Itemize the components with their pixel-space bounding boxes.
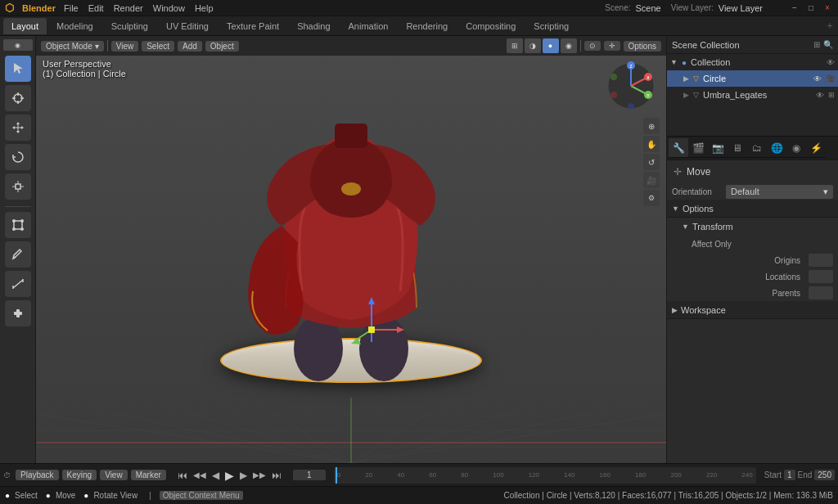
select-menu[interactable]: Select (142, 41, 174, 52)
menu-help[interactable]: Help (195, 3, 214, 13)
tool-transform[interactable] (5, 212, 31, 238)
menu-edit[interactable]: Edit (88, 3, 104, 13)
filter-icon[interactable]: ⊞ (813, 40, 820, 49)
menu-window[interactable]: Window (153, 3, 185, 13)
separator (107, 40, 108, 52)
expand-icon5: ▼ (682, 223, 689, 231)
timeline-icon[interactable]: ⏱ (3, 471, 11, 479)
tool-select[interactable] (5, 56, 31, 82)
tab-shading[interactable]: Shading (289, 18, 338, 34)
prop-icons: 🔧 🎬 📷 🖥 🗂 🌐 ◉ ⚡ (667, 137, 838, 160)
tool-annotate[interactable] (5, 241, 31, 268)
current-frame-input[interactable]: 1 (293, 470, 326, 480)
search-viewport-tool[interactable]: ⚙ (643, 190, 660, 206)
view-dropdown[interactable]: View (100, 470, 128, 480)
prop-object-icon[interactable]: ◉ (786, 138, 806, 158)
timeline-bar[interactable]: 0 20 40 60 80 100 120 140 160 180 200 22… (334, 467, 756, 484)
options-btn[interactable]: Options (624, 41, 661, 52)
tool-scale[interactable] (5, 173, 31, 200)
gizmo-button[interactable]: ✛ (604, 41, 620, 51)
solid-button[interactable]: ◑ (525, 38, 541, 53)
svg-rect-36 (335, 124, 367, 148)
options-section-header[interactable]: ▼ Options (667, 200, 838, 218)
minimize-button[interactable]: − (789, 2, 800, 14)
overlays-button[interactable]: ⊙ (584, 41, 601, 51)
orientation-dropdown[interactable]: Default ▾ (726, 185, 833, 199)
end-value[interactable]: 250 (814, 470, 835, 480)
close-button[interactable]: × (822, 2, 833, 14)
outliner-row-umbra[interactable]: ▶ ▽ Umbra_Legates 👁 ⊞ (667, 87, 838, 103)
prop-render-icon[interactable]: 📷 (708, 138, 728, 158)
next-frame-button[interactable]: ▶ (238, 470, 249, 481)
svg-point-58 (610, 92, 617, 98)
playback-dropdown[interactable]: Playback (16, 470, 59, 480)
rendered-button[interactable]: ◉ (561, 38, 577, 53)
maximize-button[interactable]: □ (805, 2, 817, 14)
tab-animation[interactable]: Animation (340, 18, 397, 34)
play-button[interactable]: ▶ (223, 469, 236, 482)
mode-selector[interactable]: ◉ (3, 39, 33, 51)
frame-num-160: 160 (600, 471, 610, 479)
view-menu[interactable]: View (111, 41, 139, 52)
menu-file[interactable]: File (64, 3, 79, 13)
wireframe-button[interactable]: ⊞ (507, 38, 523, 53)
pan-tool[interactable]: ✋ (643, 136, 660, 152)
tool-add[interactable] (5, 300, 31, 326)
prop-output-icon[interactable]: 🖥 (728, 138, 747, 158)
next-keyframe-button[interactable]: ▶▶ (251, 470, 268, 479)
viewport[interactable]: Object Mode ▾ View Select Add Object ⊞ ◑… (36, 36, 666, 463)
visibility-icon3[interactable]: 👁 (816, 91, 824, 100)
prop-modifier-icon[interactable]: ⚡ (806, 138, 826, 158)
visibility-icon[interactable]: 👁 (827, 58, 835, 67)
prop-tool-icon[interactable]: 🔧 (669, 138, 688, 158)
tab-uv-editing[interactable]: UV Editing (158, 18, 217, 34)
workspace-section-header[interactable]: ▶ Workspace (667, 301, 838, 319)
tab-scripting[interactable]: Scripting (525, 18, 577, 34)
camera-tool[interactable]: 🎥 (643, 172, 660, 188)
outliner-row-circle[interactable]: ▶ ▽ Circle 👁 🎥 (667, 70, 838, 87)
tab-layout[interactable]: Layout (3, 18, 47, 34)
prop-world-icon[interactable]: 🌐 (767, 138, 786, 158)
tab-modeling[interactable]: Modeling (48, 18, 101, 34)
first-frame-button[interactable]: ⏮ (176, 470, 189, 481)
render-icon[interactable]: 🎥 (826, 74, 835, 83)
object-menu[interactable]: Object (205, 41, 239, 52)
marker-dropdown[interactable]: Marker (131, 470, 166, 480)
add-menu[interactable]: Add (178, 41, 202, 52)
search-icon[interactable]: 🔍 (823, 40, 833, 49)
tool-measure[interactable] (5, 271, 31, 297)
frame-num-40: 40 (397, 471, 404, 479)
menu-render[interactable]: Render (114, 3, 143, 13)
origins-toggle[interactable] (809, 254, 833, 267)
keying-dropdown[interactable]: Keying (62, 470, 97, 480)
status-info: Collection | Circle | Verts:8,120 | Face… (504, 491, 833, 500)
visibility-icon2[interactable]: 👁 (813, 74, 822, 83)
mode-dropdown[interactable]: Object Mode ▾ (41, 41, 104, 52)
tool-rotate[interactable] (5, 144, 31, 170)
tool-cursor[interactable] (5, 85, 31, 111)
playback-menu: Playback Keying View Marker (16, 470, 166, 480)
filter-icon2[interactable]: ⊞ (828, 91, 835, 99)
zoom-tool[interactable]: ⊕ (643, 118, 660, 134)
tab-compositing[interactable]: Compositing (457, 18, 524, 34)
locations-toggle[interactable] (809, 270, 833, 283)
start-value[interactable]: 1 (784, 470, 795, 480)
last-frame-button[interactable]: ⏭ (270, 470, 283, 481)
prop-view-layer-icon[interactable]: 🗂 (747, 138, 767, 158)
outliner[interactable]: ▼ ● Collection 👁 ▶ ▽ Circle 👁 🎥 ▶ ▽ Umbr… (667, 54, 838, 136)
rotate-view-tool[interactable]: ↺ (643, 154, 660, 170)
properties-panel: ✛ Move Orientation Default ▾ ▼ Options ▼ (667, 160, 838, 389)
material-button[interactable]: ● (543, 38, 559, 53)
prop-scene-icon[interactable]: 🎬 (688, 138, 708, 158)
prev-frame-button[interactable]: ◀ (210, 470, 221, 481)
nav-gizmo[interactable]: Z Y X (606, 61, 656, 111)
transform-section-header[interactable]: ▼ Transform (677, 218, 838, 236)
tab-rendering[interactable]: Rendering (398, 18, 456, 34)
add-tab-button[interactable]: ＋ (825, 19, 835, 33)
context-menu-btn[interactable]: Object Context Menu (160, 491, 243, 500)
tab-sculpting[interactable]: Sculpting (103, 18, 156, 34)
parents-toggle[interactable] (809, 286, 833, 299)
tool-move[interactable] (5, 115, 31, 141)
prev-keyframe-button[interactable]: ◀◀ (191, 470, 208, 479)
tab-texture-paint[interactable]: Texture Paint (219, 18, 287, 34)
